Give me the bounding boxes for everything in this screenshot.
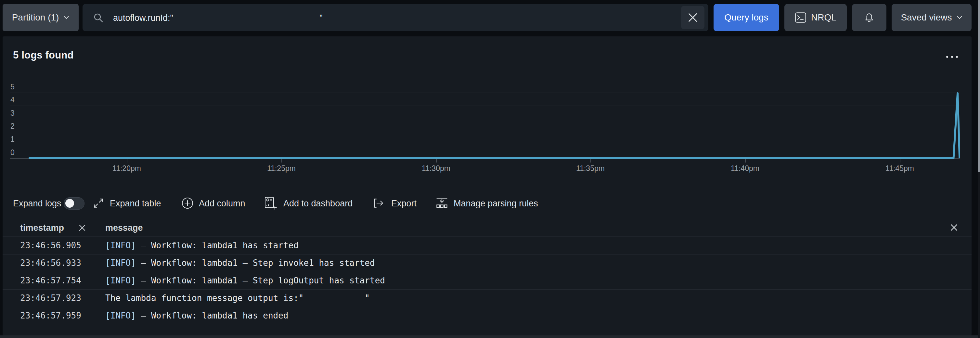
- top-bar: Partition (1) Query logs NRQL: [0, 0, 980, 35]
- x-tick-label: 11:35pm: [576, 164, 605, 173]
- column-header-message: message: [105, 219, 143, 237]
- terminal-icon: [795, 12, 807, 23]
- dot: [956, 56, 958, 58]
- column-header-timestamp: timestamp: [20, 219, 64, 237]
- row-message: [INFO] – Workflow: lambda1 has ended: [105, 307, 288, 324]
- logs-count-heading: 5 logs found: [13, 49, 74, 61]
- row-message: The lambda function message output is:" …: [105, 289, 370, 307]
- log-message-text: – Workflow: lambda1 – Step invoke1 has s…: [136, 258, 375, 268]
- chevron-down-icon: [957, 16, 963, 19]
- saved-views-dropdown[interactable]: Saved views: [892, 4, 972, 31]
- search-icon: [94, 13, 103, 23]
- search-input[interactable]: [113, 4, 666, 32]
- parsing-rules-icon: [436, 197, 449, 210]
- add-to-dashboard-label: Add to dashboard: [283, 198, 353, 209]
- x-tick-label: 11:25pm: [267, 164, 296, 173]
- log-message-text: – Workflow: lambda1 – Step logOutput has…: [136, 276, 385, 285]
- chevron-down-icon: [64, 16, 69, 19]
- export-icon: [372, 198, 385, 209]
- log-level-token: [INFO]: [105, 311, 136, 320]
- close-icon: [79, 224, 86, 231]
- y-tick-label: 5: [10, 83, 14, 91]
- toggle-knob: [65, 199, 74, 208]
- log-level-token: [INFO]: [105, 258, 136, 268]
- search-box[interactable]: [83, 4, 708, 31]
- dot: [951, 56, 953, 58]
- query-logs-label: Query logs: [724, 12, 768, 23]
- x-tick-label: 11:30pm: [422, 164, 450, 173]
- more-options-button[interactable]: [946, 56, 958, 58]
- x-tick-label: 11:45pm: [885, 164, 914, 173]
- row-timestamp: 23:46:57.959: [20, 307, 81, 324]
- dot: [946, 56, 948, 58]
- expand-arrows-icon: [93, 198, 104, 209]
- x-tick-label: 11:20pm: [113, 164, 141, 173]
- chart-line: [10, 91, 960, 161]
- remove-timestamp-column-button[interactable]: [78, 223, 86, 232]
- query-logs-button[interactable]: Query logs: [714, 4, 779, 31]
- notifications-button[interactable]: [852, 4, 886, 31]
- expand-table-label: Expand table: [110, 198, 161, 209]
- expand-logs-label: Expand logs: [13, 198, 61, 209]
- log-message-text: – Workflow: lambda1 has started: [136, 241, 299, 250]
- close-icon: [950, 223, 958, 231]
- nrql-button[interactable]: NRQL: [784, 4, 847, 31]
- row-timestamp: 23:46:56.905: [20, 237, 81, 254]
- add-column-label: Add column: [199, 198, 245, 209]
- partition-label: Partition (1): [12, 12, 59, 23]
- row-message: [INFO] – Workflow: lambda1 – Step logOut…: [105, 272, 385, 289]
- x-tick-label: 11:40pm: [731, 164, 759, 173]
- row-timestamp: 23:46:56.933: [20, 254, 81, 272]
- column-divider[interactable]: [101, 221, 101, 234]
- close-table-button[interactable]: [950, 223, 959, 232]
- partition-dropdown[interactable]: Partition (1): [3, 4, 79, 31]
- horizontal-scrollbar[interactable]: [0, 335, 980, 338]
- saved-views-label: Saved views: [901, 12, 952, 23]
- close-icon: [688, 13, 697, 22]
- row-message: [INFO] – Workflow: lambda1 has started: [105, 237, 299, 254]
- log-level-token: [INFO]: [105, 276, 136, 285]
- scrollbar-thumb[interactable]: [978, 0, 980, 172]
- vertical-scrollbar[interactable]: [978, 0, 980, 338]
- log-level-token: [INFO]: [105, 241, 136, 250]
- export-label: Export: [391, 198, 417, 209]
- row-timestamp: 23:46:57.754: [20, 272, 81, 289]
- log-message-text: – Workflow: lambda1 has ended: [136, 311, 288, 320]
- plus-circle-icon: [181, 197, 194, 209]
- manage-parsing-rules-label: Manage parsing rules: [453, 198, 538, 209]
- row-timestamp: 23:46:57.923: [20, 289, 81, 307]
- row-message: [INFO] – Workflow: lambda1 – Step invoke…: [105, 254, 375, 272]
- clear-search-button[interactable]: [681, 6, 705, 29]
- log-message-text: The lambda function message output is:" …: [105, 293, 370, 303]
- bell-icon: [864, 12, 875, 23]
- expand-logs-toggle[interactable]: [64, 197, 84, 210]
- dashboard-plus-icon: [264, 196, 277, 210]
- nrql-label: NRQL: [811, 12, 836, 23]
